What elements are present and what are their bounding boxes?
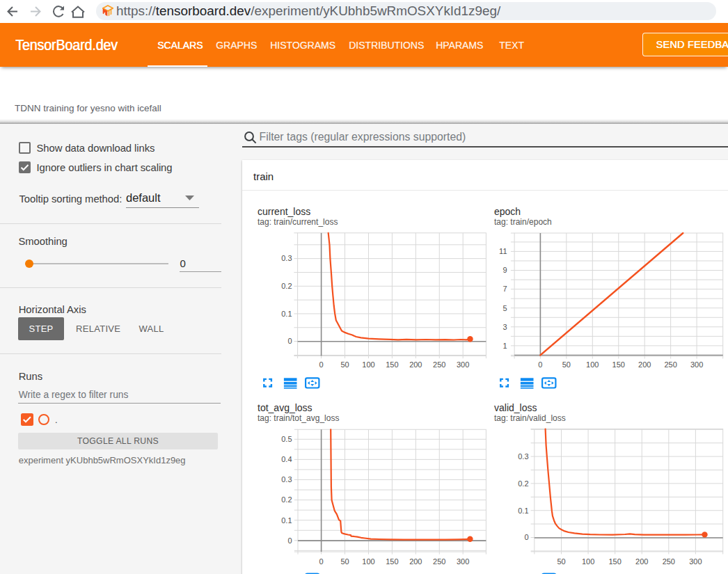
svg-text:100: 100 — [362, 360, 374, 369]
svg-text:5: 5 — [503, 304, 507, 312]
svg-text:250: 250 — [663, 557, 675, 566]
svg-text:0.4: 0.4 — [281, 455, 292, 463]
svg-text:150: 150 — [608, 557, 621, 566]
svg-text:100: 100 — [586, 360, 599, 369]
svg-text:300: 300 — [457, 360, 469, 369]
svg-text:50: 50 — [340, 557, 349, 566]
svg-text:250: 250 — [433, 360, 445, 369]
svg-text:7: 7 — [503, 285, 507, 293]
svg-text:0: 0 — [319, 360, 324, 369]
svg-text:200: 200 — [638, 360, 651, 369]
svg-text:0: 0 — [319, 557, 324, 566]
svg-text:3: 3 — [503, 323, 507, 331]
svg-text:1: 1 — [503, 342, 507, 350]
svg-text:100: 100 — [582, 557, 594, 566]
svg-text:300: 300 — [689, 557, 702, 566]
svg-text:0.1: 0.1 — [518, 507, 528, 515]
svg-text:9: 9 — [503, 266, 507, 274]
svg-text:50: 50 — [340, 360, 349, 369]
svg-text:0: 0 — [287, 337, 292, 345]
svg-text:200: 200 — [409, 360, 422, 369]
svg-text:300: 300 — [690, 360, 703, 369]
svg-text:300: 300 — [457, 557, 469, 566]
svg-text:250: 250 — [433, 557, 445, 566]
svg-text:150: 150 — [386, 360, 398, 369]
svg-text:50: 50 — [562, 360, 571, 369]
svg-text:0.5: 0.5 — [281, 435, 292, 443]
svg-text:0.3: 0.3 — [518, 452, 528, 461]
svg-text:0.2: 0.2 — [281, 282, 292, 290]
svg-text:0: 0 — [287, 536, 292, 545]
svg-text:50: 50 — [557, 557, 565, 566]
svg-text:0: 0 — [538, 360, 542, 369]
svg-text:0: 0 — [524, 533, 528, 541]
svg-text:11: 11 — [499, 247, 507, 255]
svg-text:0.3: 0.3 — [281, 475, 292, 484]
svg-text:0.2: 0.2 — [281, 495, 292, 504]
svg-text:100: 100 — [362, 557, 374, 566]
svg-text:250: 250 — [664, 360, 676, 369]
svg-text:0.1: 0.1 — [281, 310, 292, 318]
svg-text:150: 150 — [386, 557, 398, 566]
svg-text:0.1: 0.1 — [281, 516, 292, 525]
svg-text:0.3: 0.3 — [281, 254, 292, 262]
svg-text:0.2: 0.2 — [518, 479, 528, 488]
svg-text:200: 200 — [635, 557, 648, 566]
svg-text:150: 150 — [612, 360, 625, 369]
svg-text:200: 200 — [409, 557, 422, 566]
